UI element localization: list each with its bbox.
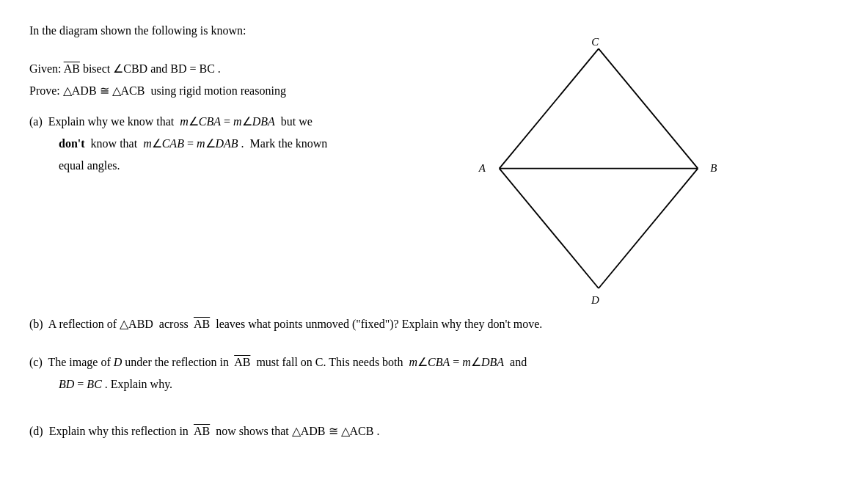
geometry-diagram: C A B D xyxy=(424,22,732,308)
part-c-line2: BD = BC . Explain why. xyxy=(59,376,819,393)
intro-text-1: In the diagram shown the following is kn… xyxy=(29,24,246,37)
part-c-text1: (c) The image of D under the reflection … xyxy=(29,356,527,368)
intro-line1: In the diagram shown the following is kn… xyxy=(29,22,337,40)
part-c-section: (c) The image of D under the reflection … xyxy=(29,354,819,393)
part-a-line2: don't know that m∠CAB = m∠DAB . Mark the… xyxy=(59,135,337,153)
main-content: In the diagram shown the following is kn… xyxy=(29,22,819,440)
label-b: B xyxy=(710,162,717,174)
label-c: C xyxy=(591,36,599,48)
intro-diagram-row: In the diagram shown the following is kn… xyxy=(29,22,819,308)
intro-given: Given: AB bisect ∠CBD and BD = BC . xyxy=(29,60,337,78)
intro-text-col: In the diagram shown the following is kn… xyxy=(29,22,337,179)
intro-prove: Prove: △ADB ≅ △ACB using rigid motion re… xyxy=(29,82,337,100)
part-b-text: (b) A reflection of △ABD across AB leave… xyxy=(29,318,542,330)
diagram-col: C A B D xyxy=(337,22,819,308)
edge-ac xyxy=(500,48,599,168)
prove-label: Prove: △ADB ≅ △ACB using rigid motion re… xyxy=(29,84,286,97)
part-a-line2-rest: know that m∠CAB = m∠DAB . Mark the known xyxy=(85,137,328,150)
part-d-line: (d) Explain why this reflection in AB no… xyxy=(29,423,819,440)
edge-cb xyxy=(599,48,698,168)
part-a-line3: equal angles. xyxy=(59,157,337,175)
part-a-line1: (a) Explain why we know that m∠CBA = m∠D… xyxy=(29,113,337,131)
part-a-label: (a) Explain why we know that m∠CBA = m∠D… xyxy=(29,115,312,128)
part-c-line1: (c) The image of D under the reflection … xyxy=(29,354,819,371)
part-a-dont: don't xyxy=(59,137,85,150)
given-label: Given: xyxy=(29,62,64,75)
part-d-text: (d) Explain why this reflection in AB no… xyxy=(29,425,379,437)
part-b-line: (b) A reflection of △ABD across AB leave… xyxy=(29,315,819,333)
label-a: A xyxy=(478,162,486,174)
part-d-section: (d) Explain why this reflection in AB no… xyxy=(29,423,819,440)
part-b-section: (b) A reflection of △ABD across AB leave… xyxy=(29,315,819,333)
part-c-text2: BD = BC . Explain why. xyxy=(59,378,172,390)
part-a-equal-angles: equal angles. xyxy=(59,159,120,172)
given-rest: bisect ∠CBD and BD = BC . xyxy=(80,62,221,75)
ab-overline-given: AB xyxy=(64,62,80,75)
label-d: D xyxy=(591,294,599,306)
edge-db xyxy=(599,169,698,288)
edge-ad xyxy=(500,169,599,288)
part-a-section: (a) Explain why we know that m∠CBA = m∠D… xyxy=(29,113,337,175)
